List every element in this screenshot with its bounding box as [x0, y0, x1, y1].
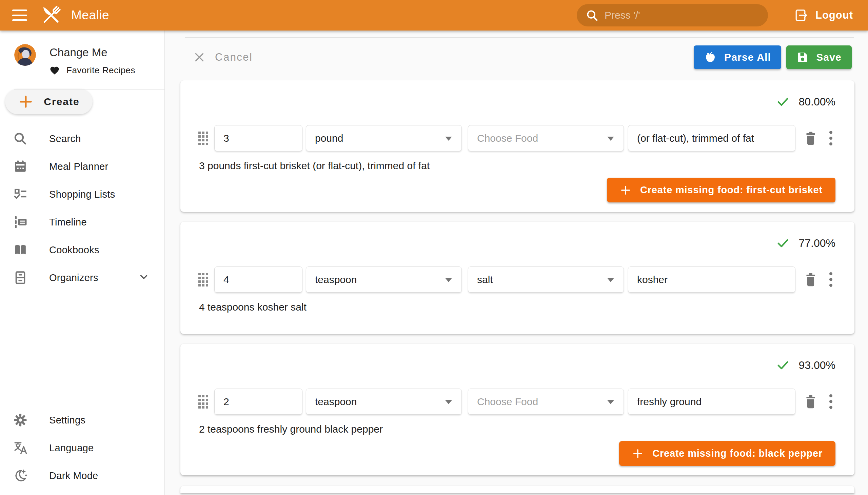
sidebar: Change Me Favorite Recipes Creat — [0, 31, 165, 495]
trash-icon — [804, 131, 818, 146]
sidebar-item-dark-mode[interactable]: Dark Mode — [0, 462, 165, 490]
logout-button[interactable]: Logout — [794, 8, 853, 22]
apple-icon — [704, 51, 717, 64]
heart-icon — [50, 65, 60, 75]
plus-icon — [632, 448, 644, 459]
cabinet-icon — [13, 270, 28, 286]
search-placeholder: Press '/' — [605, 10, 640, 21]
create-missing-food-button[interactable]: Create missing food: first-cut brisket — [607, 178, 835, 202]
check-icon — [776, 236, 790, 250]
sidebar-item-search[interactable]: Search — [0, 125, 165, 153]
sidebar-item-settings[interactable]: Settings — [0, 406, 165, 434]
save-label: Save — [816, 52, 841, 63]
sidebar-item-label: Timeline — [49, 217, 87, 228]
create-missing-food-label: Create missing food: black pepper — [652, 448, 822, 459]
search-icon — [13, 131, 28, 147]
confidence-value: 80.00% — [799, 96, 835, 108]
quantity-input[interactable]: 2 — [214, 389, 303, 415]
drag-handle[interactable] — [198, 132, 208, 145]
sidebar-item-organizers[interactable]: Organizers — [0, 264, 165, 292]
content-top-divider — [185, 37, 854, 38]
save-button[interactable]: Save — [786, 46, 852, 69]
profile-section: Change Me Favorite Recipes — [0, 31, 165, 80]
sidebar-item-label: Shopping Lists — [49, 189, 115, 200]
ingredient-menu-button[interactable] — [829, 393, 832, 410]
mealie-logo-icon — [39, 3, 64, 28]
food-select[interactable]: Choose Food — [468, 389, 624, 415]
favorite-recipes-label: Favorite Recipes — [66, 65, 135, 75]
delete-ingredient-button[interactable] — [804, 394, 818, 410]
profile-name: Change Me — [50, 46, 135, 59]
trash-icon — [804, 394, 818, 410]
app-title: Mealie — [71, 8, 109, 22]
delete-ingredient-button[interactable] — [804, 272, 818, 288]
ingredient-fields-row: 4 teaspoon salt kosher — [181, 267, 854, 293]
sidebar-item-cookbooks[interactable]: Cookbooks — [0, 236, 165, 264]
close-icon — [193, 51, 205, 63]
moon-stars-icon — [13, 468, 28, 483]
note-input[interactable]: (or flat-cut), trimmed of fat — [628, 125, 796, 151]
unit-select[interactable]: pound — [306, 125, 462, 151]
app-bar: Mealie Press '/' Logout — [0, 0, 868, 31]
confidence-row: 93.00% — [181, 359, 854, 372]
delete-ingredient-button[interactable] — [804, 131, 818, 146]
hamburger-menu-icon[interactable] — [12, 10, 27, 21]
open-book-icon — [13, 242, 28, 258]
favorite-recipes-link[interactable]: Favorite Recipes — [50, 65, 135, 75]
logout-icon — [794, 8, 808, 22]
translate-icon — [13, 440, 28, 456]
parse-all-label: Parse All — [724, 52, 771, 63]
logout-label: Logout — [815, 9, 853, 21]
sidebar-item-label: Language — [49, 442, 93, 454]
trash-icon — [804, 272, 818, 288]
ingredient-fields-row: 2 teaspoon Choose Food freshly ground — [181, 389, 854, 415]
sidebar-item-label: Search — [49, 133, 81, 144]
note-input[interactable]: kosher — [628, 267, 796, 293]
ingredient-card: 80.00% 3 pound Choose Food (or flat-cut)… — [181, 80, 854, 212]
quantity-input[interactable]: 3 — [214, 125, 303, 151]
confidence-value: 93.00% — [799, 359, 835, 372]
calendar-icon — [13, 159, 28, 174]
sidebar-item-language[interactable]: Language — [0, 434, 165, 462]
plus-icon — [620, 185, 631, 196]
drag-handle[interactable] — [198, 395, 208, 409]
sidebar-item-timeline[interactable]: Timeline — [0, 208, 165, 236]
original-text-row: 3 pounds first-cut brisket (or flat-cut)… — [181, 159, 854, 172]
gear-icon — [13, 412, 28, 428]
unit-select[interactable]: teaspoon — [306, 389, 462, 415]
chevron-down-icon — [138, 271, 150, 284]
unit-select[interactable]: teaspoon — [306, 267, 462, 293]
original-ingredient-text: 2 teaspoons freshly ground black pepper — [199, 424, 383, 435]
note-input[interactable]: freshly ground — [628, 389, 796, 415]
mealie-app: Mealie Press '/' Logout — [0, 0, 868, 495]
original-ingredient-text: 3 pounds first-cut brisket (or flat-cut)… — [199, 160, 430, 172]
quantity-input[interactable]: 4 — [214, 267, 303, 293]
sidebar-item-meal-planner[interactable]: Meal Planner — [0, 153, 165, 181]
ingredient-card: 93.00% 2 teaspoon Choose Food freshly gr… — [181, 344, 854, 475]
create-missing-food-button[interactable]: Create missing food: black pepper — [619, 441, 835, 466]
ingredient-menu-button[interactable] — [829, 271, 832, 288]
confidence-value: 77.00% — [799, 237, 835, 250]
sidebar-item-label: Organizers — [49, 272, 98, 284]
confidence-row: 77.00% — [181, 237, 854, 250]
ingredient-menu-button[interactable] — [829, 130, 832, 147]
food-select[interactable]: Choose Food — [468, 125, 624, 151]
ingredient-parser-page: Cancel Parse All — [165, 31, 868, 495]
check-icon — [776, 95, 790, 108]
cancel-label: Cancel — [215, 51, 253, 63]
original-text-row: 4 teaspoons kosher salt — [181, 301, 854, 313]
cancel-button[interactable]: Cancel — [193, 51, 253, 63]
sidebar-divider — [14, 89, 165, 89]
global-search-input[interactable]: Press '/' — [577, 4, 768, 27]
sidebar-item-label: Dark Mode — [49, 470, 98, 481]
sidebar-item-shopping-lists[interactable]: Shopping Lists — [0, 181, 165, 208]
create-button-label: Create — [44, 96, 79, 107]
food-select[interactable]: salt — [468, 267, 624, 293]
parse-all-button[interactable]: Parse All — [694, 46, 781, 69]
drag-handle[interactable] — [198, 273, 208, 287]
create-missing-food-label: Create missing food: first-cut brisket — [640, 185, 822, 195]
create-button[interactable]: Create — [5, 89, 92, 114]
avatar[interactable] — [14, 44, 36, 66]
confidence-row: 80.00% — [181, 95, 854, 108]
parser-toolbar: Cancel Parse All — [181, 46, 854, 69]
